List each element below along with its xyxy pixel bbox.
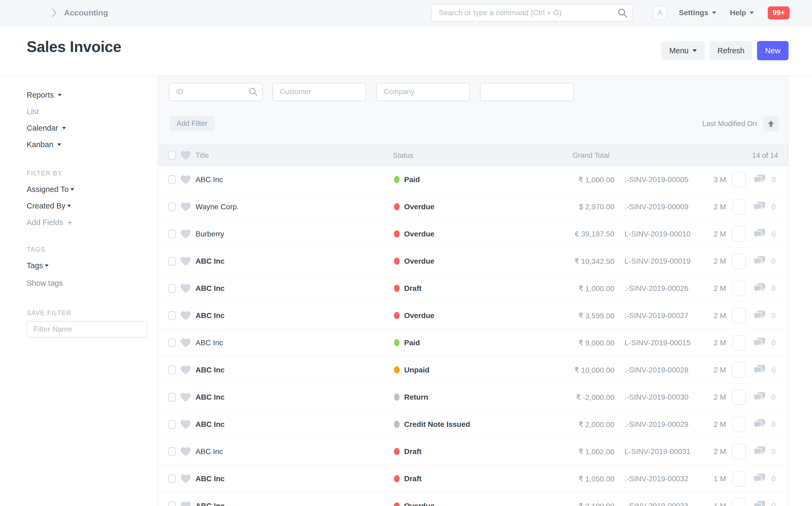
row-checkbox[interactable]	[168, 393, 175, 402]
assign-to-placeholder[interactable]	[732, 417, 746, 432]
invoice-id[interactable]: .-SINV-2019-00029	[624, 420, 688, 429]
invoice-id[interactable]: .-SINV-2019-00009	[624, 202, 688, 211]
settings-menu[interactable]: Settings	[679, 8, 716, 17]
add-filter-button[interactable]: Add Filter	[169, 116, 215, 131]
invoice-title[interactable]: ABC Inc	[196, 257, 225, 265]
column-status[interactable]: Status	[393, 151, 414, 160]
invoice-row[interactable]: ABC Inc Paid ₹ 1,000.00 .-SINV-2019-0000…	[158, 166, 788, 193]
extra-filter-input[interactable]	[480, 83, 574, 101]
invoice-row[interactable]: Burberry Overdue € 39,187.50 L-SINV-2019…	[158, 221, 788, 248]
invoice-id[interactable]: .-SINV-2019-00027	[624, 311, 688, 320]
assign-to-placeholder[interactable]	[732, 172, 746, 187]
select-all-checkbox[interactable]	[168, 151, 175, 160]
sidebar-filter-assigned-to[interactable]: Assigned To	[27, 185, 74, 194]
row-checkbox[interactable]	[168, 447, 175, 456]
like-heart-icon[interactable]	[180, 393, 191, 402]
row-checkbox[interactable]	[168, 311, 175, 320]
invoice-id[interactable]: L-SINV-2019-00031	[624, 447, 691, 456]
column-grand-total[interactable]: Grand Total	[573, 151, 609, 160]
assign-to-placeholder[interactable]	[732, 254, 746, 269]
row-checkbox[interactable]	[168, 284, 175, 293]
refresh-button[interactable]: Refresh	[709, 41, 752, 60]
invoice-id[interactable]: .-SINV-2019-00005	[624, 175, 688, 184]
invoice-row[interactable]: ABC Inc Credit Note Issued ₹ 2,000.00 .-…	[158, 411, 788, 438]
like-heart-icon[interactable]	[180, 338, 191, 348]
invoice-row[interactable]: ABC Inc Draft ₹ 1,000.00 .-SINV-2019-000…	[158, 275, 788, 302]
invoice-row[interactable]: Wayne Corp. Overdue $ 2,970.00 .-SINV-20…	[158, 193, 788, 221]
invoice-row[interactable]: ABC Inc Overdue ₹ 10,342.50 L-SINV-2019-…	[158, 248, 788, 275]
invoice-title[interactable]: ABC Inc	[196, 339, 223, 347]
result-count[interactable]: 14 of 14	[752, 151, 778, 160]
like-heart-icon[interactable]	[180, 447, 191, 456]
invoice-title[interactable]: ABC Inc	[196, 447, 223, 456]
invoice-id[interactable]: .-SINV-2019-00028	[624, 366, 688, 374]
invoice-row[interactable]: ABC Inc Overdue ₹ 3,599.00 .-SINV-2019-0…	[158, 302, 788, 329]
like-heart-icon[interactable]	[180, 474, 191, 484]
assign-to-placeholder[interactable]	[732, 226, 746, 242]
sidebar-item-list[interactable]: List	[27, 107, 39, 116]
invoice-id[interactable]: .-SINV-2019-00026	[624, 284, 688, 293]
like-heart-icon[interactable]	[180, 365, 191, 375]
assign-to-placeholder[interactable]	[732, 444, 746, 459]
liked-by-heart-icon[interactable]	[180, 151, 191, 160]
notifications-badge[interactable]: 99+	[768, 6, 790, 19]
breadcrumb[interactable]: Accounting	[51, 8, 108, 18]
invoice-row[interactable]: ABC Inc Unpaid ₹ 10,000.00 .-SINV-2019-0…	[158, 356, 788, 384]
invoice-title[interactable]: Wayne Corp.	[196, 202, 239, 211]
row-checkbox[interactable]	[168, 365, 175, 374]
invoice-row[interactable]: ABC Inc Paid ₹ 9,000.00 L-SINV-2019-0001…	[158, 329, 788, 356]
breadcrumb-label[interactable]: Accounting	[64, 8, 108, 17]
assign-to-placeholder[interactable]	[732, 335, 746, 351]
like-heart-icon[interactable]	[180, 256, 191, 266]
like-heart-icon[interactable]	[180, 311, 191, 321]
assign-to-placeholder[interactable]	[732, 199, 746, 215]
user-avatar[interactable]: A	[653, 6, 667, 20]
invoice-title[interactable]: ABC Inc	[196, 502, 225, 506]
invoice-row[interactable]: ABC Inc Draft ₹ 1,050.00 .-SINV-2019-000…	[158, 465, 788, 492]
help-menu[interactable]: Help	[730, 8, 754, 17]
row-checkbox[interactable]	[168, 202, 175, 211]
company-filter-input[interactable]	[376, 83, 470, 101]
invoice-title[interactable]: ABC Inc	[196, 420, 225, 429]
column-title[interactable]: Title	[196, 151, 209, 160]
sidebar-filter-created-by[interactable]: Created By	[27, 201, 71, 210]
assign-to-placeholder[interactable]	[732, 471, 746, 487]
invoice-id[interactable]: .-SINV-2019-00033	[624, 502, 688, 506]
invoice-id[interactable]: L-SINV-2019-00019	[624, 257, 691, 265]
assign-to-placeholder[interactable]	[732, 281, 746, 296]
assign-to-placeholder[interactable]	[732, 390, 746, 405]
assign-to-placeholder[interactable]	[732, 362, 746, 378]
new-button[interactable]: New	[757, 41, 789, 60]
invoice-id[interactable]: L-SINV-2019-00015	[624, 339, 691, 347]
row-checkbox[interactable]	[168, 338, 175, 347]
invoice-row[interactable]: ABC Inc Draft ₹ 1,002.00 L-SINV-2019-000…	[158, 438, 788, 465]
sidebar-show-tags[interactable]: Show tags	[27, 279, 63, 288]
invoice-title[interactable]: ABC Inc	[196, 475, 225, 483]
assign-to-placeholder[interactable]	[732, 498, 746, 506]
invoice-title[interactable]: ABC Inc	[196, 175, 223, 184]
invoice-id[interactable]: L-SINV-2019-00010	[624, 230, 691, 238]
global-search-input[interactable]	[431, 4, 633, 22]
sort-direction-button[interactable]	[763, 116, 779, 132]
invoice-title[interactable]: ABC Inc	[196, 311, 225, 320]
row-checkbox[interactable]	[168, 175, 175, 184]
sidebar-item-reports[interactable]: Reports	[27, 91, 62, 99]
row-checkbox[interactable]	[168, 501, 175, 506]
like-heart-icon[interactable]	[180, 501, 191, 506]
invoice-id[interactable]: .-SINV-2019-00032	[624, 475, 688, 483]
filter-name-input[interactable]	[27, 321, 147, 338]
invoice-title[interactable]: ABC Inc	[196, 366, 225, 374]
like-heart-icon[interactable]	[180, 229, 191, 239]
row-checkbox[interactable]	[168, 257, 175, 265]
menu-button[interactable]: Menu	[661, 41, 705, 60]
assign-to-placeholder[interactable]	[732, 308, 746, 323]
invoice-title[interactable]: ABC Inc	[196, 284, 225, 293]
sidebar-item-kanban[interactable]: Kanban	[27, 140, 61, 149]
row-checkbox[interactable]	[168, 474, 175, 483]
like-heart-icon[interactable]	[180, 420, 191, 429]
sidebar-tags[interactable]: Tags	[27, 261, 49, 270]
row-checkbox[interactable]	[168, 230, 175, 238]
invoice-title[interactable]: ABC Inc	[196, 393, 225, 402]
sidebar-item-calendar[interactable]: Calendar	[27, 124, 66, 133]
invoice-row[interactable]: ABC Inc Overdue ₹ 2,100.00 .-SINV-2019-0…	[158, 492, 788, 506]
